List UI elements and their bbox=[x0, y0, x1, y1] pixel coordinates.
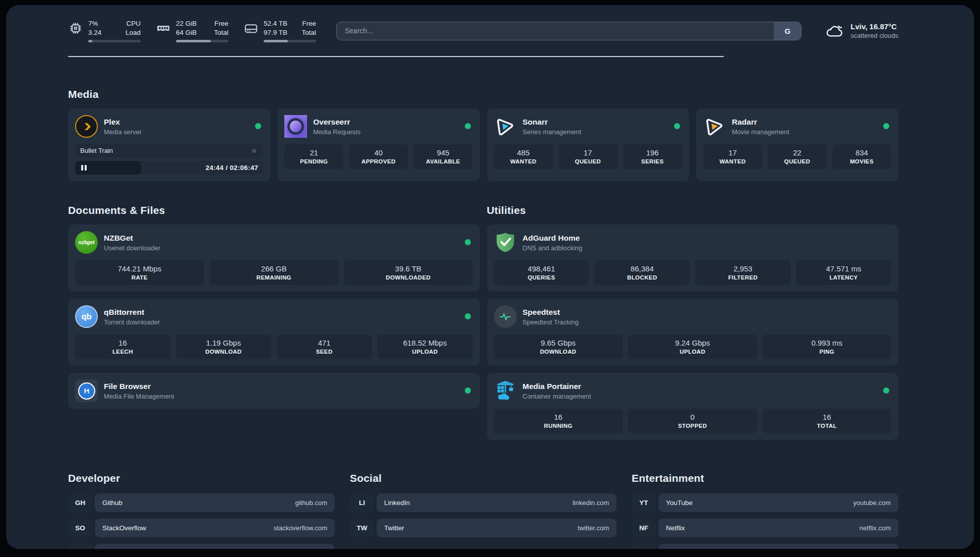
speedtest-name: Speedtest bbox=[523, 308, 579, 317]
qbittorrent-icon: qb bbox=[75, 305, 98, 328]
cpu-progress-bar bbox=[88, 40, 141, 42]
gear-icon[interactable] bbox=[250, 147, 258, 155]
filebrowser-status-dot bbox=[465, 387, 471, 394]
bookmark-dev[interactable]: DT DEV dev.to bbox=[68, 544, 335, 549]
bookmark-name: LinkedIn bbox=[384, 499, 410, 507]
card-radarr[interactable]: Radarr Movie management 17 WANTED 22 QUE… bbox=[696, 108, 898, 181]
overseerr-name: Overseerr bbox=[313, 118, 360, 127]
plex-icon bbox=[75, 115, 98, 138]
card-speedtest[interactable]: Speedtest Speedtest Tracking 9.65 Gbps D… bbox=[487, 299, 899, 366]
memory-progress-bar bbox=[176, 40, 228, 42]
portainer-icon bbox=[494, 379, 517, 402]
stat-tile: 9.65 Gbps DOWNLOAD bbox=[494, 335, 623, 359]
bookmark-url: twitter.com bbox=[578, 524, 609, 532]
bookmark-abbr: LI bbox=[350, 493, 374, 512]
bookmark-abbr: SO bbox=[68, 519, 92, 537]
bookmark-name: Twitter bbox=[384, 524, 404, 532]
stat-tile: 618.52 Mbps UPLOAD bbox=[378, 335, 473, 359]
speedtest-description: Speedtest Tracking bbox=[523, 318, 579, 326]
bookmark-url: linkedin.com bbox=[573, 499, 609, 507]
stat-tile: 40 APPROVED bbox=[349, 144, 408, 169]
portainer-status-dot bbox=[883, 387, 889, 394]
bookmark-abbr: RE bbox=[632, 544, 656, 549]
card-overseerr[interactable]: Overseerr Media Requests 21 PENDING 40 A… bbox=[277, 108, 479, 181]
playback-time: 24:44 / 02:06:47 bbox=[206, 164, 259, 172]
search-engine-button[interactable]: G bbox=[774, 22, 801, 40]
bookmark-linkedin[interactable]: LI LinkedIn linkedin.com bbox=[350, 493, 617, 512]
section-title-social: Social bbox=[350, 472, 617, 484]
cpu-usage-value: 7% bbox=[88, 19, 98, 28]
adguard-description: DNS and adblocking bbox=[523, 244, 583, 252]
stat-tile: 471 SEED bbox=[277, 335, 372, 359]
bookmark-stackoverflow[interactable]: SO StackOverflow stackoverflow.com bbox=[68, 519, 335, 537]
stat-tile: 498,461 QUERIES bbox=[494, 260, 589, 285]
stat-tile: 945 AVAILABLE bbox=[413, 144, 472, 169]
card-nzbget[interactable]: nzbget NZBGet Usenet downloader 744.21 M… bbox=[68, 225, 480, 292]
stat-tile: 1.19 Gbps DOWNLOAD bbox=[176, 335, 271, 359]
stat-tile: 17 WANTED bbox=[703, 144, 762, 169]
stat-tile: 86,384 BLOCKED bbox=[594, 260, 690, 285]
stat-tile: 39.6 TB DOWNLOADED bbox=[344, 260, 473, 285]
bookmark-url: youtube.com bbox=[853, 499, 891, 507]
bookmark-twitter[interactable]: TW Twitter twitter.com bbox=[350, 519, 617, 537]
bookmark-url: netflix.com bbox=[860, 524, 891, 532]
stat-tile: 2,953 FILTERED bbox=[695, 260, 790, 285]
card-sonarr[interactable]: Sonarr Series management 485 WANTED 17 Q… bbox=[487, 108, 689, 181]
bookmark-reddit[interactable]: RE Reddit reddit.com bbox=[632, 544, 898, 549]
search-bar[interactable]: G bbox=[336, 22, 802, 40]
overseerr-status-dot bbox=[465, 123, 471, 129]
radarr-description: Movie management bbox=[732, 128, 789, 136]
ram-icon bbox=[156, 21, 171, 36]
overseerr-icon bbox=[284, 115, 307, 138]
sonarr-status-dot bbox=[674, 123, 680, 129]
card-filebrowser[interactable]: File Browser Media File Management bbox=[68, 373, 480, 409]
adguard-icon bbox=[494, 231, 517, 254]
filebrowser-name: File Browser bbox=[104, 382, 174, 391]
card-adguard[interactable]: AdGuard Home DNS and adblocking 498,461 … bbox=[487, 225, 899, 292]
sonarr-description: Series management bbox=[523, 128, 581, 136]
sonarr-icon bbox=[494, 115, 517, 138]
search-input[interactable] bbox=[337, 22, 774, 40]
stat-tile: 266 GB REMAINING bbox=[210, 260, 339, 285]
filebrowser-description: Media File Management bbox=[104, 393, 174, 400]
bookmark-youtube[interactable]: YT YouTube youtube.com bbox=[632, 493, 898, 512]
pause-icon bbox=[81, 165, 83, 171]
stat-tile: 17 QUEUED bbox=[559, 144, 618, 169]
section-utilities: Utilities bbox=[487, 204, 899, 440]
radarr-status-dot bbox=[883, 123, 889, 129]
plex-now-playing: Bullet Train bbox=[75, 144, 263, 157]
header: 7% CPU 3.24 Load bbox=[68, 19, 898, 42]
stat-tile: 21 PENDING bbox=[284, 144, 343, 169]
nzbget-status-dot bbox=[465, 239, 471, 245]
section-documents: Documents & Files nzbget NZBGet Usenet d… bbox=[68, 204, 480, 440]
section-entertainment: Entertainment YT YouTube youtube.com NF … bbox=[632, 472, 898, 549]
bookmark-abbr: YT bbox=[632, 493, 656, 512]
system-stats: 7% CPU 3.24 Load bbox=[68, 19, 316, 42]
speedtest-icon bbox=[494, 305, 517, 328]
plex-name: Plex bbox=[104, 118, 142, 127]
cpu-load-label: Load bbox=[126, 28, 141, 37]
qbittorrent-status-dot bbox=[465, 313, 471, 319]
disk-total-value: 97.9 TB bbox=[264, 28, 287, 37]
qbittorrent-name: qBittorrent bbox=[104, 308, 160, 317]
card-portainer[interactable]: Media Portainer Container management 16 … bbox=[487, 373, 899, 440]
card-qbittorrent[interactable]: qb qBittorrent Torrent downloader 16 bbox=[68, 299, 480, 366]
bookmark-name: Netflix bbox=[666, 524, 685, 532]
bookmark-github[interactable]: GH Github github.com bbox=[68, 493, 335, 512]
section-title-developer: Developer bbox=[68, 472, 335, 484]
weather-condition: scattered clouds bbox=[850, 32, 898, 39]
plex-playback-bar[interactable]: 24:44 / 02:06:47 bbox=[75, 161, 263, 175]
stat-tile: 0.993 ms PING bbox=[763, 335, 892, 359]
sonarr-name: Sonarr bbox=[523, 118, 581, 127]
section-social: Social LI LinkedIn linkedin.com TW Twitt… bbox=[350, 472, 617, 549]
memory-total-value: 64 GiB bbox=[176, 28, 197, 37]
header-divider bbox=[68, 56, 724, 57]
memory-free-value: 22 GiB bbox=[176, 19, 197, 28]
bookmark-abbr: DT bbox=[68, 544, 92, 549]
playback-progress bbox=[75, 161, 141, 175]
card-plex[interactable]: Plex Media server Bullet Train bbox=[68, 108, 270, 181]
memory-total-label: Total bbox=[214, 28, 228, 37]
stat-tile: 16 TOTAL bbox=[763, 409, 892, 433]
bookmark-netflix[interactable]: NF Netflix netflix.com bbox=[632, 519, 898, 537]
cloud-icon bbox=[825, 21, 844, 40]
